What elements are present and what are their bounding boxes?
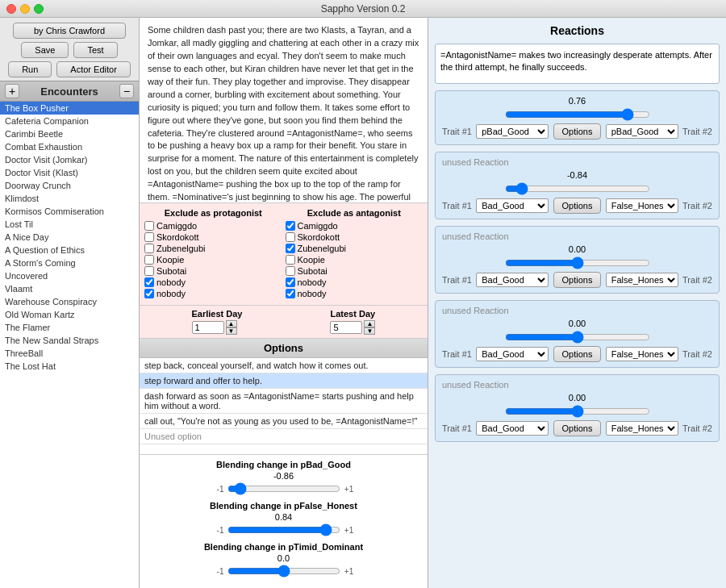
encounter-item[interactable]: Combat Exhaustion [0,140,139,153]
exclude-protagonist-checkbox[interactable] [144,266,154,276]
trait2-select[interactable]: pBad_Good [606,124,678,139]
trait2-select[interactable]: False_Honest [606,421,678,436]
reaction-slider-row [442,257,712,269]
blend-slider[interactable] [227,565,340,577]
exclude-protagonist-checkbox[interactable] [144,221,154,231]
encounter-item[interactable]: Vlaamt [0,282,139,295]
right-panel: Reactions =AntagonistName= makes two inc… [428,18,726,588]
encounter-item[interactable]: Warehouse Conspiracy [0,295,139,308]
main-container: by Chris Crawford Save Test Run Actor Ed… [0,18,726,588]
reaction-options-button[interactable]: Options [553,123,602,140]
encounter-item[interactable]: The Flamer [0,321,139,334]
maximize-button[interactable] [34,4,44,14]
exclude-antagonist-label: nobody [298,289,327,298]
exclude-antagonist-checkbox[interactable] [286,277,295,287]
run-actor-row: Run Actor Editor [0,61,139,77]
save-button[interactable]: Save [21,42,69,58]
actor-editor-button[interactable]: Actor Editor [56,61,130,77]
exclude-protagonist-checkbox[interactable] [144,289,154,298]
reaction-options-button[interactable]: Options [553,420,602,436]
remove-encounter-button[interactable]: − [119,84,134,98]
earliest-day-input[interactable] [192,321,224,334]
option-item[interactable]: call out, "You're not as young as you us… [140,414,428,429]
latest-day-down[interactable]: ▼ [364,327,375,335]
exclude-antagonist-checkbox[interactable] [286,266,295,276]
option-item[interactable]: step forward and offer to help. [140,373,428,389]
run-button[interactable]: Run [8,61,52,77]
exclude-protagonist-row: Skordokott [144,232,282,242]
exclude-antagonist-row: Subotai [286,266,424,276]
latest-day-input[interactable] [330,321,362,334]
encounter-item[interactable]: Cafeteria Companion [0,115,139,127]
blend-row: Blending change in pFalse_Honest 0.84 -1… [144,501,423,536]
trait1-select[interactable]: Bad_Good [476,347,549,361]
reaction-slider[interactable] [505,406,650,417]
blend-slider[interactable] [227,483,340,494]
author-button[interactable]: by Chris Crawford [13,23,126,39]
exclude-protagonist-row: Subotai [144,266,282,276]
earliest-day-label: Earliest Day [192,309,243,319]
trait1-select[interactable]: Bad_Good [476,198,549,213]
trait-row: Trait #1 Bad_Good Options False_Honest T… [442,272,712,288]
exclude-antagonist-checkbox[interactable] [286,232,295,242]
blend-value: -0.86 [144,471,423,481]
encounter-item[interactable]: Old Woman Kartz [0,308,139,321]
trait2-select[interactable]: False_Honest [606,198,678,213]
encounter-item[interactable]: The New Sandal Straps [0,334,139,347]
option-item[interactable]: step back, conceal yourself, and watch h… [140,358,428,373]
minimize-button[interactable] [20,4,30,14]
encounter-item[interactable]: Doctor Visit (Klast) [0,166,139,179]
exclude-protagonist-header: Exclude as protagonist [144,208,282,218]
encounter-item[interactable]: Carimbi Beetle [0,127,139,140]
encounter-item[interactable]: Klimdost [0,192,139,205]
encounter-item[interactable]: A Question of Ethics [0,244,139,256]
exclude-protagonist-checkbox[interactable] [144,232,154,242]
encounter-item[interactable]: Kormisos Commiseration [0,205,139,218]
exclude-protagonist-row: nobody [144,289,282,298]
encounter-item[interactable]: A Nice Day [0,231,139,244]
earliest-day-up[interactable]: ▲ [226,320,237,327]
reaction-options-button[interactable]: Options [553,198,602,214]
exclude-protagonist-col: Exclude as protagonist CamiggdoSkordokot… [144,208,282,300]
latest-day-up[interactable]: ▲ [364,320,375,327]
encounters-list: The Box PusherCafeteria CompanionCarimbi… [0,102,139,588]
earliest-day-down[interactable]: ▼ [226,327,237,335]
encounter-item[interactable]: ThreeBall [0,347,139,360]
option-item[interactable]: Unused option [140,429,428,444]
trait1-label: Trait #1 [442,423,472,433]
trait2-select[interactable]: False_Honest [606,273,678,287]
encounter-item[interactable]: Doctor Visit (Jomkar) [0,153,139,166]
encounter-item[interactable]: A Storm's Coming [0,256,139,269]
reaction-slider[interactable] [505,183,650,194]
encounter-item[interactable]: Lost Til [0,218,139,231]
encounter-item[interactable]: The Lost Hat [0,360,139,373]
trait1-select[interactable]: pBad_Good [476,124,549,139]
encounter-item[interactable]: The Box Pusher [0,102,139,115]
reaction-slider[interactable] [505,109,650,120]
option-item[interactable]: dash forward as soon as =AntagonistName=… [140,389,428,414]
blend-min-label: -1 [213,526,224,535]
blend-min-label: -1 [213,485,224,494]
exclude-protagonist-label: Skordokott [156,232,199,242]
blend-slider-row: -1 +1 [144,565,423,577]
trait2-select[interactable]: False_Honest [606,347,678,361]
encounter-item[interactable]: Uncovered [0,269,139,282]
test-button[interactable]: Test [73,42,117,58]
exclude-protagonist-checkbox[interactable] [144,244,154,253]
exclude-protagonist-checkbox[interactable] [144,277,154,287]
exclude-antagonist-checkbox[interactable] [286,244,295,253]
add-encounter-button[interactable]: + [5,84,19,98]
reaction-options-button[interactable]: Options [553,272,602,288]
exclude-antagonist-checkbox[interactable] [286,255,295,265]
close-button[interactable] [6,4,16,14]
reaction-slider[interactable] [505,257,650,269]
exclude-antagonist-checkbox[interactable] [286,221,295,231]
exclude-protagonist-checkbox[interactable] [144,255,154,265]
exclude-antagonist-checkbox[interactable] [286,289,295,298]
blend-slider[interactable] [227,524,340,536]
encounter-item[interactable]: Doorway Crunch [0,179,139,192]
reaction-options-button[interactable]: Options [553,346,602,362]
reaction-slider[interactable] [505,332,650,343]
trait1-select[interactable]: Bad_Good [476,421,549,436]
trait1-select[interactable]: Bad_Good [476,273,549,287]
